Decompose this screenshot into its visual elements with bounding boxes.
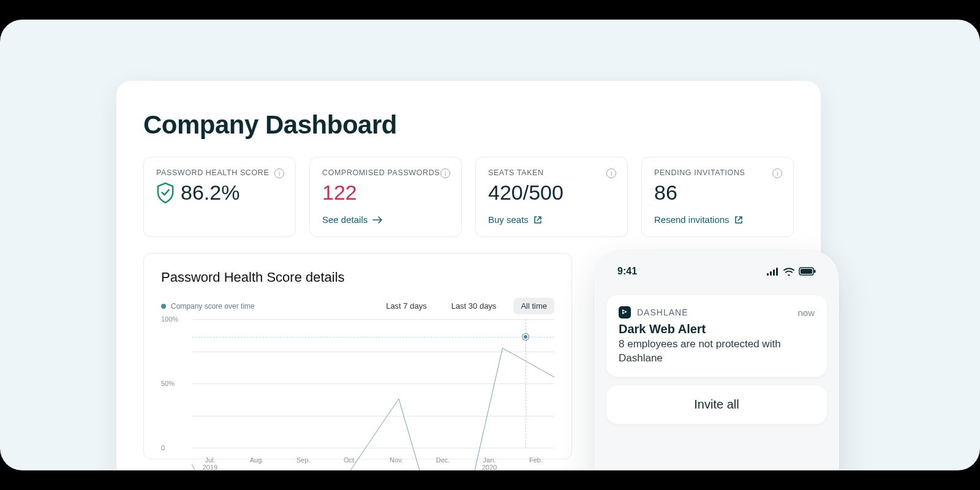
info-icon[interactable]: i — [772, 168, 782, 178]
metric-value: 122 — [322, 181, 449, 205]
x-tick: Oct. — [331, 456, 368, 470]
cellular-icon — [767, 268, 779, 276]
external-link-icon — [533, 216, 542, 224]
action-label: Resend invitations — [654, 214, 729, 225]
svg-rect-2 — [773, 270, 775, 276]
x-axis: Jul.2019 Aug. Sep. Oct. Nov. Dec. Jan.20… — [192, 456, 554, 470]
resend-invitations-link[interactable]: Resend invitations — [654, 214, 743, 225]
chart-plot[interactable]: 100% 50% 0 Jul.2019 Aug. Sep. Oct. Nov. … — [192, 319, 554, 448]
notification-time: now — [797, 307, 815, 318]
see-details-link[interactable]: See details — [322, 214, 382, 225]
metric-invitations: PENDING INVITATIONS i 86 Resend invitati… — [641, 157, 794, 237]
notification-title: Dark Web Alert — [619, 322, 815, 336]
info-icon[interactable]: i — [606, 168, 616, 178]
info-icon[interactable]: i — [440, 168, 450, 178]
status-time: 9:41 — [617, 266, 637, 277]
range-7d[interactable]: Last 7 days — [379, 298, 434, 314]
action-label: See details — [322, 214, 368, 225]
y-tick: 100% — [161, 315, 178, 323]
metric-password-health: PASSWORD HEALTH SCORE i 86.2% — [143, 157, 296, 237]
y-tick: 50% — [161, 380, 175, 387]
notification-app-name: DASHLANE — [637, 307, 688, 317]
svg-rect-5 — [801, 269, 812, 274]
chart-title: Password Health Score details — [161, 270, 554, 285]
chart-toolbar: Company score over time Last 7 days Last… — [161, 298, 554, 314]
chart-line — [192, 319, 554, 470]
y-tick: 0 — [161, 444, 165, 451]
notification-body: 8 employees are not protected with Dashl… — [619, 337, 815, 366]
metric-compromised: COMPROMISED PASSWORDS i 122 See details — [309, 157, 462, 237]
x-tick: Dec. — [424, 456, 461, 470]
legend-dot-icon — [161, 304, 166, 309]
range-selector: Last 7 days Last 30 days All time — [379, 298, 554, 314]
metric-label: SEATS TAKEN — [488, 168, 615, 177]
svg-rect-0 — [767, 273, 769, 276]
metric-label: PASSWORD HEALTH SCORE — [156, 168, 283, 177]
metric-value: 420/500 — [488, 181, 615, 205]
notification-card[interactable]: DASHLANE now Dark Web Alert 8 employees … — [606, 295, 827, 377]
svg-rect-6 — [814, 270, 816, 273]
svg-rect-1 — [770, 271, 772, 276]
legend-label: Company score over time — [171, 302, 255, 311]
invite-all-button[interactable]: Invite all — [606, 385, 827, 424]
x-tick: Aug. — [238, 456, 275, 470]
metric-value: 86.2% — [156, 181, 283, 205]
metrics-row: PASSWORD HEALTH SCORE i 86.2% COMPROMISE… — [143, 157, 794, 237]
dashlane-icon — [619, 306, 631, 318]
stage: Company Dashboard PASSWORD HEALTH SCORE … — [0, 20, 980, 470]
x-tick: Jul.2019 — [192, 456, 228, 470]
phone-status-bar: 9:41 — [606, 266, 827, 277]
range-all[interactable]: All time — [513, 298, 554, 314]
metric-seats: SEATS TAKEN i 420/500 Buy seats — [475, 157, 628, 237]
metric-value-text: 86.2% — [181, 181, 239, 205]
info-icon[interactable]: i — [274, 168, 284, 178]
chart-card: Password Health Score details Company sc… — [143, 253, 572, 459]
range-30d[interactable]: Last 30 days — [444, 298, 504, 314]
action-label: Buy seats — [488, 214, 529, 225]
metric-label: PENDING INVITATIONS — [654, 168, 781, 177]
shield-check-icon — [156, 183, 175, 203]
svg-rect-3 — [776, 268, 778, 276]
x-tick: Feb. — [518, 456, 554, 470]
phone-mock: 9:41 DASHLANE now Dark Web Alert 8 emplo… — [594, 250, 839, 470]
x-tick: Nov. — [378, 456, 415, 470]
page-title: Company Dashboard — [143, 110, 794, 140]
metric-label: COMPROMISED PASSWORDS — [322, 168, 449, 177]
buy-seats-link[interactable]: Buy seats — [488, 214, 542, 225]
x-tick: Sep. — [285, 456, 322, 470]
x-tick: Jan.2020 — [471, 456, 508, 470]
battery-icon — [799, 267, 816, 276]
notification-app: DASHLANE — [619, 306, 688, 318]
chart-legend: Company score over time — [161, 302, 255, 311]
arrow-right-icon — [372, 216, 382, 224]
external-link-icon — [734, 216, 743, 224]
metric-value: 86 — [654, 181, 781, 205]
wifi-icon — [783, 268, 794, 276]
